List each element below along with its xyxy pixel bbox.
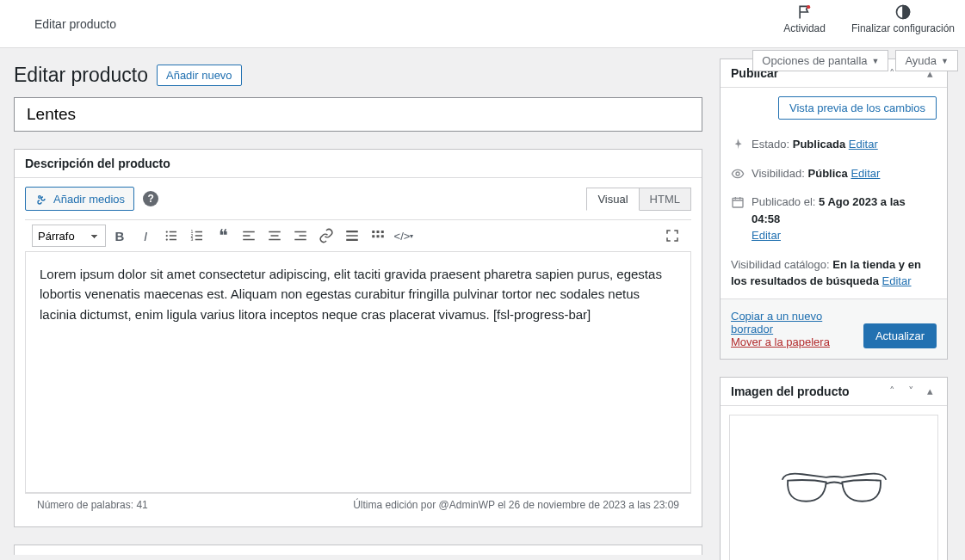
editor-box-title: Descripción del producto (25, 157, 170, 170)
svg-rect-26 (346, 239, 358, 241)
svg-rect-24 (346, 231, 358, 232)
svg-rect-29 (381, 231, 384, 233)
media-icon (34, 192, 48, 206)
product-title-input[interactable] (14, 97, 702, 132)
image-box-title: Imagen del producto (731, 385, 850, 398)
svg-rect-32 (381, 235, 384, 237)
toolbar-toggle-button[interactable] (366, 224, 390, 248)
format-select[interactable]: Párrafo (32, 225, 106, 247)
edit-catalog-link[interactable]: Editar (882, 274, 912, 287)
svg-rect-10 (195, 231, 202, 233)
svg-rect-28 (377, 231, 380, 233)
svg-rect-19 (271, 235, 279, 237)
list-ul-icon (164, 228, 179, 243)
readmore-button[interactable] (340, 224, 364, 248)
svg-rect-6 (170, 235, 176, 237)
activity-button[interactable]: Actividad (783, 3, 826, 34)
svg-rect-18 (269, 231, 281, 233)
svg-rect-27 (372, 231, 374, 233)
readmore-icon (344, 228, 360, 243)
align-center-button[interactable] (263, 224, 287, 248)
svg-point-33 (736, 172, 739, 175)
tab-html[interactable]: HTML (640, 188, 691, 211)
svg-rect-16 (243, 235, 250, 237)
link-icon (319, 228, 334, 243)
copy-draft-link[interactable]: Copiar a un nuevo borrador (731, 310, 822, 335)
svg-rect-15 (243, 231, 255, 233)
svg-rect-4 (170, 231, 176, 233)
collapse-icon[interactable]: ▴ (923, 385, 937, 397)
svg-rect-22 (300, 235, 306, 237)
edit-status-link[interactable]: Editar (849, 138, 878, 151)
svg-point-2 (39, 196, 41, 199)
svg-point-7 (166, 238, 168, 240)
edit-date-link[interactable]: Editar (752, 229, 781, 242)
italic-button[interactable]: I (133, 224, 158, 248)
svg-point-0 (807, 5, 810, 9)
align-left-icon (241, 228, 257, 243)
align-left-button[interactable] (237, 224, 261, 248)
move-up-icon[interactable]: ˄ (885, 385, 899, 397)
list-ol-icon: 123 (189, 228, 205, 243)
screen-options-button[interactable]: Opciones de pantalla▼ (752, 50, 888, 71)
help-button[interactable]: Ayuda▼ (895, 50, 958, 71)
word-count: Número de palabras: 41 (37, 499, 148, 511)
svg-rect-31 (377, 235, 380, 237)
svg-rect-8 (170, 239, 176, 241)
svg-rect-25 (346, 235, 358, 237)
align-right-button[interactable] (288, 224, 312, 248)
editor-content[interactable]: Lorem ipsum dolor sit amet consectetur a… (25, 252, 691, 493)
product-image[interactable] (729, 415, 938, 561)
link-button[interactable] (314, 224, 338, 248)
add-media-button[interactable]: Añadir medios (25, 187, 134, 211)
finish-config-button[interactable]: Finalizar configuración (851, 3, 955, 34)
tab-visual[interactable]: Visual (586, 188, 639, 211)
kitchen-sink-icon (370, 228, 386, 243)
quote-button[interactable]: ❝ (211, 224, 235, 248)
number-list-button[interactable]: 123 (185, 224, 209, 248)
svg-rect-14 (195, 239, 202, 241)
svg-rect-30 (372, 235, 374, 237)
glasses-icon (778, 466, 890, 509)
svg-point-5 (166, 235, 168, 237)
expand-icon (665, 228, 680, 243)
eye-icon (731, 167, 745, 181)
calendar-icon (731, 195, 745, 209)
svg-text:3: 3 (191, 237, 194, 242)
edit-visibility-link[interactable]: Editar (851, 167, 880, 180)
svg-rect-17 (243, 239, 255, 241)
align-center-icon (267, 228, 282, 243)
preview-button[interactable]: Vista previa de los cambios (778, 96, 937, 120)
code-button[interactable]: </>▾ (392, 224, 416, 248)
help-icon[interactable]: ? (143, 191, 158, 206)
svg-rect-34 (733, 198, 743, 207)
move-down-icon[interactable]: ˅ (904, 385, 918, 397)
bullet-list-button[interactable] (159, 224, 183, 248)
breadcrumb: Editar producto (34, 17, 116, 31)
contrast-icon (894, 3, 912, 21)
pin-icon (731, 138, 745, 151)
svg-rect-23 (294, 239, 306, 241)
page-title: Editar producto (14, 64, 148, 87)
bold-button[interactable]: B (108, 224, 132, 248)
svg-point-3 (166, 231, 168, 232)
svg-rect-20 (269, 239, 281, 241)
svg-rect-21 (294, 231, 306, 233)
trash-link[interactable]: Mover a la papelera (731, 335, 830, 348)
add-new-button[interactable]: Añadir nuevo (157, 65, 242, 86)
update-button[interactable]: Actualizar (863, 323, 937, 348)
flag-icon (796, 3, 813, 21)
svg-rect-12 (195, 235, 202, 237)
align-right-icon (293, 228, 308, 243)
last-edit: Última edición por @AdminWP el 26 de nov… (353, 499, 679, 511)
fullscreen-button[interactable] (660, 224, 684, 248)
